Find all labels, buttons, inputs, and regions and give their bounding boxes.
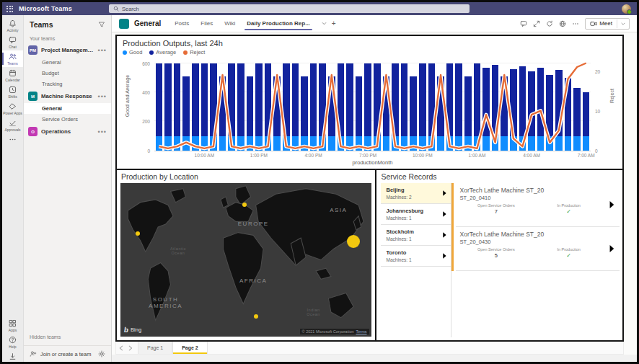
team-avatar: O <box>28 127 38 136</box>
y-axis-tick: 400 <box>142 90 150 95</box>
orders-value: 5 <box>460 252 533 259</box>
machine-list: XorTech Lathe Machine ST_20ST_20_0410Ope… <box>451 183 620 337</box>
right-axis-tick: 10 <box>595 108 600 113</box>
more-icon[interactable] <box>572 20 579 27</box>
location-card-toronto[interactable]: TorontoMachines: 1 <box>381 246 451 267</box>
help-icon <box>9 336 17 344</box>
expand-icon[interactable] <box>533 20 540 27</box>
map-dot-toronto[interactable] <box>136 231 140 236</box>
page-prev-button[interactable] <box>116 342 125 354</box>
globe-icon[interactable] <box>559 20 566 27</box>
refresh-icon[interactable] <box>546 20 553 27</box>
chevron-left-icon <box>119 345 123 351</box>
rail-item-shifts[interactable]: Shifts <box>2 84 23 100</box>
location-card-stockholm[interactable]: StockholmMachines: 1 <box>381 225 451 246</box>
channel-general[interactable]: General <box>24 103 111 114</box>
channel-tracking[interactable]: Tracking <box>24 79 111 89</box>
selection-strip <box>451 183 454 271</box>
rail-item-more-icon[interactable] <box>2 133 23 145</box>
app-window: Microsoft Teams Search ActivityChatTeams… <box>0 0 639 364</box>
chevron-down-icon[interactable] <box>321 20 327 27</box>
y-axis-tick: 0 <box>147 148 150 153</box>
channel-service-orders[interactable]: Service Orders <box>24 114 111 125</box>
rail-item-teams[interactable]: Teams <box>2 50 23 67</box>
hidden-teams-label[interactable]: Hidden teams <box>24 329 111 345</box>
rail-item-approvals[interactable]: Approvals <box>2 117 23 133</box>
y-axis-tick: 600 <box>142 61 150 66</box>
x-axis-title: productionMonth <box>353 159 393 166</box>
avatar[interactable] <box>622 4 631 14</box>
more-icon[interactable]: ••• <box>98 130 107 133</box>
location-name: Johannesburg <box>387 208 439 214</box>
tab-daily-production-rep[interactable]: Daily Production Rep... <box>244 15 312 32</box>
gear-icon[interactable] <box>98 350 105 358</box>
legend-item-good: Good <box>123 49 142 56</box>
map-area[interactable]: EUROPEASIAAFRICASOUTH AMERICAAtlantic Oc… <box>120 183 371 337</box>
map-dot-johannesburg[interactable] <box>254 314 258 319</box>
rail-item-activity[interactable]: Activity <box>2 17 23 34</box>
tab-files[interactable]: Files <box>198 15 215 32</box>
team-row-machine-response[interactable]: MMachine Response••• <box>24 89 111 103</box>
chevron-right-icon[interactable] <box>609 200 615 210</box>
rail-item-apps[interactable]: Apps <box>2 317 23 334</box>
chevron-right-icon[interactable] <box>609 244 615 254</box>
open-service-orders: Open Service Orders5 <box>460 247 533 259</box>
channel-name: General <box>134 19 161 27</box>
page-next-button[interactable] <box>125 342 135 354</box>
legend-dot <box>149 50 154 55</box>
more-icon[interactable]: ••• <box>98 49 107 52</box>
team-row-operations[interactable]: OOperations••• <box>24 125 111 138</box>
page-tab-page-2[interactable]: Page 2 <box>172 342 208 354</box>
rail-items: ActivityChatTeamsCalendarShiftsPower App… <box>2 17 23 145</box>
waffle-icon[interactable] <box>6 6 13 12</box>
bell-icon <box>9 19 17 27</box>
map-dot-beijing[interactable] <box>347 235 360 248</box>
channel-header: General PostsFilesWikiDaily Production R… <box>112 15 637 32</box>
add-tab-button[interactable]: + <box>332 19 336 27</box>
x-axis-tick: 1:00 AM <box>469 153 486 158</box>
chart-plot: 02004006000102010:00 AM1:00 PM4:00 PM7:0… <box>154 59 591 151</box>
team-row-project-management[interactable]: PMProject Management••• <box>24 43 111 57</box>
location-card-johannesburg[interactable]: JohannesburgMachines: 1 <box>381 204 451 225</box>
chevron-right-icon[interactable] <box>442 210 447 218</box>
rail-item-calendar[interactable]: Calendar <box>2 67 23 84</box>
report-pager: Page 1Page 2 <box>115 342 624 355</box>
channel-budget[interactable]: Budget <box>24 68 111 79</box>
join-or-create-team-button[interactable]: Join or create a team <box>24 345 111 362</box>
service-records-panel: Service Records BeijingMachines: 2Johann… <box>375 170 623 340</box>
open-service-orders: Open Service Orders7 <box>460 203 533 215</box>
rail-item-power-apps[interactable]: Power Apps <box>2 100 23 117</box>
meet-button[interactable]: Meet <box>585 18 630 30</box>
power-apps-icon <box>9 102 17 110</box>
team-name: Machine Response <box>41 93 94 99</box>
machine-card-st-20-0410[interactable]: XorTech Lathe Machine ST_20ST_20_0410Ope… <box>456 183 620 227</box>
channel-general[interactable]: General <box>24 57 111 68</box>
rail-item-chat[interactable]: Chat <box>2 34 23 50</box>
rail-item-label: Approvals <box>4 128 20 132</box>
chevron-right-icon[interactable] <box>442 189 447 197</box>
search-input[interactable]: Search <box>109 4 470 13</box>
chat-bubble-icon[interactable] <box>520 20 527 27</box>
map-dot-stockholm[interactable] <box>242 203 247 207</box>
terms-link[interactable]: Terms <box>356 329 367 334</box>
orders-label: Open Service Orders <box>460 247 533 252</box>
tab-posts[interactable]: Posts <box>172 15 191 32</box>
bottom-strip <box>112 355 637 362</box>
location-machines: Machines: 1 <box>387 257 439 262</box>
main-area: General PostsFilesWikiDaily Production R… <box>112 15 637 362</box>
filter-icon[interactable] <box>98 21 105 28</box>
machine-card-st-20-0430[interactable]: XorTech Lathe Machine ST_20ST_20_0430Ope… <box>456 227 620 271</box>
tab-wiki[interactable]: Wiki <box>222 15 237 32</box>
more-icon[interactable]: ••• <box>98 95 107 98</box>
download-icon <box>9 352 17 360</box>
chevron-right-icon[interactable] <box>442 231 447 239</box>
location-card-beijing[interactable]: BeijingMachines: 2 <box>381 183 451 204</box>
chevron-right-icon[interactable] <box>442 252 447 259</box>
rail-item-download-icon[interactable] <box>2 350 23 362</box>
legend-item-reject: Reject <box>183 49 205 56</box>
page-tab-page-1[interactable]: Page 1 <box>138 342 172 354</box>
rail-item-help[interactable]: Help <box>2 334 23 350</box>
map-label-south-america: SOUTH AMERICA <box>149 296 182 309</box>
meet-dropdown[interactable] <box>617 19 629 28</box>
bing-logo: bBing <box>124 326 141 334</box>
